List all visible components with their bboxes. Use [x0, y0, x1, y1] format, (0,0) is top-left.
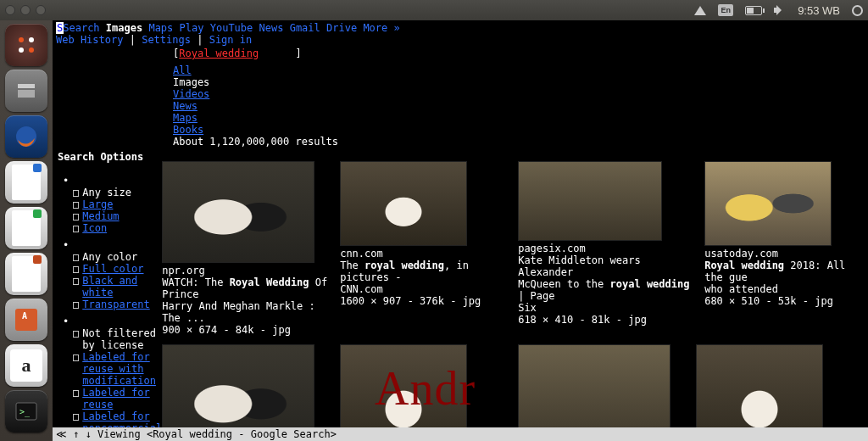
nav-news[interactable]: News: [259, 22, 284, 34]
opt-any-color[interactable]: Any color: [82, 251, 137, 263]
network-icon[interactable]: [694, 6, 706, 15]
maximize-icon[interactable]: [36, 5, 46, 15]
svg-rect-4: [18, 84, 35, 88]
google-top-nav: SSearch Images Maps Play YouTube News Gm…: [56, 22, 865, 34]
launcher-impress[interactable]: [5, 253, 47, 295]
svg-text:>_: >_: [19, 407, 31, 417]
result-title-3: Six: [518, 302, 696, 314]
launcher-software[interactable]: [5, 299, 47, 341]
opt-full-color[interactable]: Full color: [82, 263, 143, 275]
nav-gmail[interactable]: Gmail: [290, 22, 320, 34]
nav-youtube[interactable]: YouTube: [210, 22, 253, 34]
result-card[interactable]: [518, 344, 687, 441]
result-thumb[interactable]: [162, 344, 314, 441]
svg-point-6: [16, 126, 36, 147]
opt-reuse-mod[interactable]: Labeled for reuse with modification: [82, 351, 162, 387]
launcher-amazon[interactable]: a: [5, 344, 47, 387]
result-thumb[interactable]: [696, 344, 823, 441]
w3m-status-bar: ≪ ↑ ↓ Viewing <Royal wedding - Google Se…: [53, 427, 868, 441]
opt-transparent[interactable]: Transparent: [82, 299, 149, 310]
volume-icon[interactable]: [774, 5, 786, 15]
opt-medium[interactable]: Medium: [82, 210, 119, 222]
result-card[interactable]: pagesix.com Kate Middleton wears Alexand…: [518, 161, 696, 336]
nav-more[interactable]: More: [363, 22, 387, 34]
result-source: cnn.com: [340, 248, 509, 260]
license-options: □Not filtered by license □Labeled for re…: [73, 327, 162, 441]
result-title: WATCH: The Royal Wedding Of Prince: [162, 276, 331, 300]
google-sub-nav: Web History | Settings | Sign in: [56, 34, 865, 46]
clock[interactable]: 9:53 WB: [798, 4, 840, 17]
opt-icon[interactable]: Icon: [82, 222, 107, 234]
result-title: Royal wedding 2018: All the gue: [704, 260, 865, 283]
svg-point-1: [29, 37, 34, 42]
result-card[interactable]: cnn.com The royal wedding, in pictures -…: [340, 161, 509, 336]
search-options-sidebar: Search Options • □Any size □Large □Mediu…: [56, 151, 162, 441]
launcher-terminal[interactable]: >_: [5, 390, 47, 433]
nav-play[interactable]: Play: [180, 22, 204, 34]
terminal-browser: SSearch Images Maps Play YouTube News Gm…: [53, 20, 868, 441]
launcher-dash[interactable]: [5, 24, 47, 66]
keyboard-indicator[interactable]: En: [718, 4, 733, 16]
panel-indicators: En 9:53 WB: [694, 4, 863, 17]
result-title-2: Harry And Meghan Markle : The ...: [162, 300, 331, 324]
search-input[interactable]: Royal wedding: [179, 47, 259, 59]
search-open-bracket: [: [173, 47, 179, 59]
results-count: About 1,120,000,000 results: [173, 136, 865, 148]
result-thumb[interactable]: [340, 161, 467, 246]
nav-more-arrow: »: [394, 22, 400, 34]
opt-large[interactable]: Large: [82, 198, 113, 210]
result-card[interactable]: npr.org WATCH: The Royal Wedding Of Prin…: [162, 161, 331, 336]
result-source: npr.org: [162, 265, 331, 276]
nav-settings[interactable]: Settings: [142, 34, 191, 46]
color-options: □Any color □Full color □Black and white …: [73, 251, 162, 310]
results-row-2: townandcountrymag.com Meghan Markle's We…: [162, 344, 865, 441]
launcher-files[interactable]: [5, 70, 47, 112]
svg-point-2: [19, 47, 24, 53]
nav-images[interactable]: Images: [106, 22, 142, 34]
launcher-calc[interactable]: [5, 207, 47, 249]
svg-point-0: [19, 37, 24, 42]
close-icon[interactable]: [5, 5, 15, 15]
nav-web-history[interactable]: Web History: [56, 34, 123, 46]
launcher-writer[interactable]: [5, 161, 47, 204]
tab-images[interactable]: Images: [173, 76, 865, 88]
tab-videos[interactable]: Videos: [173, 88, 209, 100]
battery-icon[interactable]: [745, 6, 762, 15]
svg-rect-5: [18, 90, 35, 98]
opt-not-filtered[interactable]: Not filtered by license: [82, 327, 162, 351]
result-card[interactable]: usatoday.com Royal wedding 2018: All the…: [704, 161, 865, 336]
result-card[interactable]: Royal wedding: Prince Harry, Me: [696, 344, 865, 441]
size-options: □Any size □Large □Medium □Icon: [73, 187, 162, 234]
result-title-2: who attended: [704, 283, 865, 295]
result-card[interactable]: usmagazine.com: [340, 344, 509, 441]
nav-maps[interactable]: Maps: [148, 22, 173, 34]
opt-any-size[interactable]: Any size: [82, 187, 131, 198]
result-thumb[interactable]: [704, 161, 832, 246]
opt-reuse[interactable]: Labeled for reuse: [82, 387, 162, 410]
launcher-firefox[interactable]: [5, 115, 47, 158]
result-thumb[interactable]: [518, 344, 670, 441]
result-thumb[interactable]: [340, 344, 467, 441]
result-title-2: CNN.com: [340, 283, 509, 295]
result-card[interactable]: townandcountrymag.com Meghan Markle's We…: [162, 344, 331, 441]
tab-all[interactable]: All: [173, 64, 192, 76]
result-source: pagesix.com: [518, 243, 696, 254]
opt-bw[interactable]: Black and white: [82, 275, 162, 299]
result-title-2: McQueen to the royal wedding | Page: [518, 278, 696, 302]
result-thumb[interactable]: [518, 161, 662, 241]
result-dimensions: 680 × 510 - 53k - jpg: [704, 295, 865, 307]
nav-drive[interactable]: Drive: [326, 22, 357, 34]
svg-point-3: [29, 47, 34, 53]
tab-maps[interactable]: Maps: [173, 112, 198, 124]
gear-icon[interactable]: [852, 5, 863, 16]
minimize-icon[interactable]: [20, 5, 31, 15]
tab-books[interactable]: Books: [173, 124, 203, 136]
result-thumb[interactable]: [162, 161, 314, 263]
result-dimensions: 900 × 674 - 84k - jpg: [162, 324, 331, 336]
nav-search[interactable]: Search: [63, 22, 99, 34]
search-close-bracket: ]: [296, 47, 302, 59]
tab-news[interactable]: News: [173, 100, 198, 112]
results-area: npr.org WATCH: The Royal Wedding Of Prin…: [162, 151, 865, 441]
results-row-1: npr.org WATCH: The Royal Wedding Of Prin…: [162, 161, 865, 336]
nav-signin[interactable]: Sign in: [209, 34, 253, 46]
